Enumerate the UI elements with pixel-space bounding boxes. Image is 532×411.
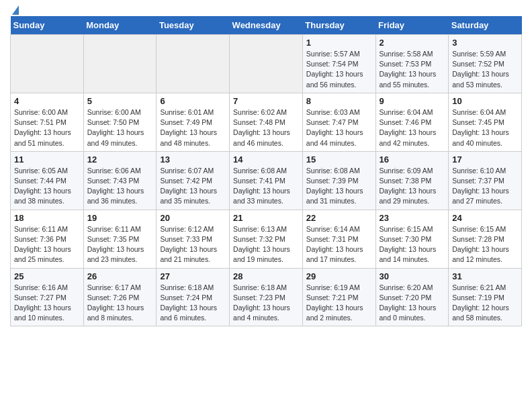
calendar-cell xyxy=(83,35,157,93)
day-info: Sunrise: 6:08 AMSunset: 7:41 PMDaylight:… xyxy=(233,166,299,207)
calendar-cell: 24Sunrise: 6:15 AMSunset: 7:28 PMDayligh… xyxy=(449,210,522,268)
calendar-cell: 15Sunrise: 6:08 AMSunset: 7:39 PMDayligh… xyxy=(302,151,375,210)
day-number: 25 xyxy=(14,271,80,281)
day-number: 23 xyxy=(380,213,445,223)
day-info: Sunrise: 6:21 AMSunset: 7:19 PMDaylight:… xyxy=(452,283,518,324)
day-number: 28 xyxy=(233,271,299,281)
calendar-cell: 17Sunrise: 6:10 AMSunset: 7:37 PMDayligh… xyxy=(449,151,522,210)
day-info: Sunrise: 6:20 AMSunset: 7:20 PMDaylight:… xyxy=(380,283,445,324)
page-header xyxy=(10,7,522,13)
calendar-cell: 31Sunrise: 6:21 AMSunset: 7:19 PMDayligh… xyxy=(449,268,522,326)
calendar-cell: 22Sunrise: 6:14 AMSunset: 7:31 PMDayligh… xyxy=(302,210,375,268)
col-header-thursday: Thursday xyxy=(302,16,375,35)
day-number: 20 xyxy=(160,213,226,223)
day-number: 1 xyxy=(306,38,372,48)
day-number: 7 xyxy=(233,96,299,106)
calendar-table: SundayMondayTuesdayWednesdayThursdayFrid… xyxy=(10,16,522,326)
calendar-cell xyxy=(157,35,230,93)
calendar-cell xyxy=(11,35,84,93)
day-info: Sunrise: 6:07 AMSunset: 7:42 PMDaylight:… xyxy=(160,166,226,207)
day-number: 15 xyxy=(306,154,372,165)
calendar-week-4: 18Sunrise: 6:11 AMSunset: 7:36 PMDayligh… xyxy=(11,210,522,268)
day-number: 22 xyxy=(306,213,372,223)
day-info: Sunrise: 6:16 AMSunset: 7:27 PMDaylight:… xyxy=(14,283,80,324)
calendar-cell xyxy=(230,35,303,93)
calendar-cell: 19Sunrise: 6:11 AMSunset: 7:35 PMDayligh… xyxy=(83,210,157,268)
day-number: 16 xyxy=(380,154,445,165)
day-number: 2 xyxy=(380,38,445,48)
calendar-cell: 28Sunrise: 6:18 AMSunset: 7:23 PMDayligh… xyxy=(230,268,303,326)
calendar-cell: 5Sunrise: 6:00 AMSunset: 7:50 PMDaylight… xyxy=(83,93,157,151)
calendar-cell: 29Sunrise: 6:19 AMSunset: 7:21 PMDayligh… xyxy=(302,268,375,326)
day-info: Sunrise: 6:05 AMSunset: 7:44 PMDaylight:… xyxy=(14,166,80,207)
calendar-cell: 30Sunrise: 6:20 AMSunset: 7:20 PMDayligh… xyxy=(375,268,449,326)
day-info: Sunrise: 6:19 AMSunset: 7:21 PMDaylight:… xyxy=(306,283,372,324)
day-info: Sunrise: 6:17 AMSunset: 7:26 PMDaylight:… xyxy=(87,283,153,324)
col-header-monday: Monday xyxy=(83,16,157,35)
calendar-week-5: 25Sunrise: 6:16 AMSunset: 7:27 PMDayligh… xyxy=(11,268,522,326)
calendar-cell: 21Sunrise: 6:13 AMSunset: 7:32 PMDayligh… xyxy=(230,210,303,268)
logo-arrow-icon xyxy=(12,5,19,15)
day-info: Sunrise: 6:06 AMSunset: 7:43 PMDaylight:… xyxy=(87,166,153,207)
col-header-sunday: Sunday xyxy=(11,16,84,35)
day-info: Sunrise: 6:00 AMSunset: 7:51 PMDaylight:… xyxy=(14,107,80,148)
day-number: 29 xyxy=(306,271,372,281)
day-info: Sunrise: 6:03 AMSunset: 7:47 PMDaylight:… xyxy=(306,107,372,148)
col-header-saturday: Saturday xyxy=(449,16,522,35)
day-number: 21 xyxy=(233,213,299,223)
day-number: 6 xyxy=(160,96,226,106)
day-info: Sunrise: 6:04 AMSunset: 7:45 PMDaylight:… xyxy=(452,107,518,148)
day-number: 26 xyxy=(87,271,153,281)
day-number: 14 xyxy=(233,154,299,165)
day-number: 18 xyxy=(14,213,80,223)
day-number: 8 xyxy=(306,96,372,106)
day-number: 31 xyxy=(452,271,518,281)
calendar-cell: 3Sunrise: 5:59 AMSunset: 7:52 PMDaylight… xyxy=(449,35,522,93)
day-info: Sunrise: 6:18 AMSunset: 7:23 PMDaylight:… xyxy=(233,283,299,324)
calendar-cell: 1Sunrise: 5:57 AMSunset: 7:54 PMDaylight… xyxy=(302,35,375,93)
calendar-cell: 11Sunrise: 6:05 AMSunset: 7:44 PMDayligh… xyxy=(11,151,84,210)
day-number: 13 xyxy=(160,154,226,165)
day-info: Sunrise: 6:04 AMSunset: 7:46 PMDaylight:… xyxy=(380,107,445,148)
day-number: 5 xyxy=(87,96,153,106)
day-info: Sunrise: 6:14 AMSunset: 7:31 PMDaylight:… xyxy=(306,224,372,265)
calendar-cell: 27Sunrise: 6:18 AMSunset: 7:24 PMDayligh… xyxy=(157,268,230,326)
day-info: Sunrise: 6:01 AMSunset: 7:49 PMDaylight:… xyxy=(160,107,226,148)
header-row: SundayMondayTuesdayWednesdayThursdayFrid… xyxy=(11,16,522,35)
day-info: Sunrise: 6:18 AMSunset: 7:24 PMDaylight:… xyxy=(160,283,226,324)
calendar-cell: 20Sunrise: 6:12 AMSunset: 7:33 PMDayligh… xyxy=(157,210,230,268)
day-number: 12 xyxy=(87,154,153,165)
calendar-week-3: 11Sunrise: 6:05 AMSunset: 7:44 PMDayligh… xyxy=(11,151,522,210)
logo xyxy=(10,7,19,13)
day-number: 4 xyxy=(14,96,80,106)
day-number: 17 xyxy=(452,154,518,165)
col-header-friday: Friday xyxy=(375,16,449,35)
calendar-cell: 10Sunrise: 6:04 AMSunset: 7:45 PMDayligh… xyxy=(449,93,522,151)
day-number: 3 xyxy=(452,38,518,48)
day-info: Sunrise: 6:15 AMSunset: 7:30 PMDaylight:… xyxy=(380,224,445,265)
calendar-cell: 8Sunrise: 6:03 AMSunset: 7:47 PMDaylight… xyxy=(302,93,375,151)
day-info: Sunrise: 6:00 AMSunset: 7:50 PMDaylight:… xyxy=(87,107,153,148)
calendar-cell: 13Sunrise: 6:07 AMSunset: 7:42 PMDayligh… xyxy=(157,151,230,210)
calendar-cell: 6Sunrise: 6:01 AMSunset: 7:49 PMDaylight… xyxy=(157,93,230,151)
day-info: Sunrise: 5:58 AMSunset: 7:53 PMDaylight:… xyxy=(380,49,445,90)
day-info: Sunrise: 6:09 AMSunset: 7:38 PMDaylight:… xyxy=(380,166,445,207)
calendar-cell: 2Sunrise: 5:58 AMSunset: 7:53 PMDaylight… xyxy=(375,35,449,93)
day-info: Sunrise: 6:02 AMSunset: 7:48 PMDaylight:… xyxy=(233,107,299,148)
day-info: Sunrise: 5:57 AMSunset: 7:54 PMDaylight:… xyxy=(306,49,372,90)
calendar-cell: 26Sunrise: 6:17 AMSunset: 7:26 PMDayligh… xyxy=(83,268,157,326)
calendar-cell: 14Sunrise: 6:08 AMSunset: 7:41 PMDayligh… xyxy=(230,151,303,210)
calendar-week-1: 1Sunrise: 5:57 AMSunset: 7:54 PMDaylight… xyxy=(11,35,522,93)
calendar-cell: 16Sunrise: 6:09 AMSunset: 7:38 PMDayligh… xyxy=(375,151,449,210)
calendar-cell: 9Sunrise: 6:04 AMSunset: 7:46 PMDaylight… xyxy=(375,93,449,151)
day-number: 9 xyxy=(380,96,445,106)
day-number: 10 xyxy=(452,96,518,106)
day-number: 27 xyxy=(160,271,226,281)
calendar-cell: 18Sunrise: 6:11 AMSunset: 7:36 PMDayligh… xyxy=(11,210,84,268)
col-header-wednesday: Wednesday xyxy=(230,16,303,35)
day-number: 30 xyxy=(380,271,445,281)
day-info: Sunrise: 6:11 AMSunset: 7:36 PMDaylight:… xyxy=(14,224,80,265)
day-number: 19 xyxy=(87,213,153,223)
calendar-cell: 12Sunrise: 6:06 AMSunset: 7:43 PMDayligh… xyxy=(83,151,157,210)
day-info: Sunrise: 6:10 AMSunset: 7:37 PMDaylight:… xyxy=(452,166,518,207)
